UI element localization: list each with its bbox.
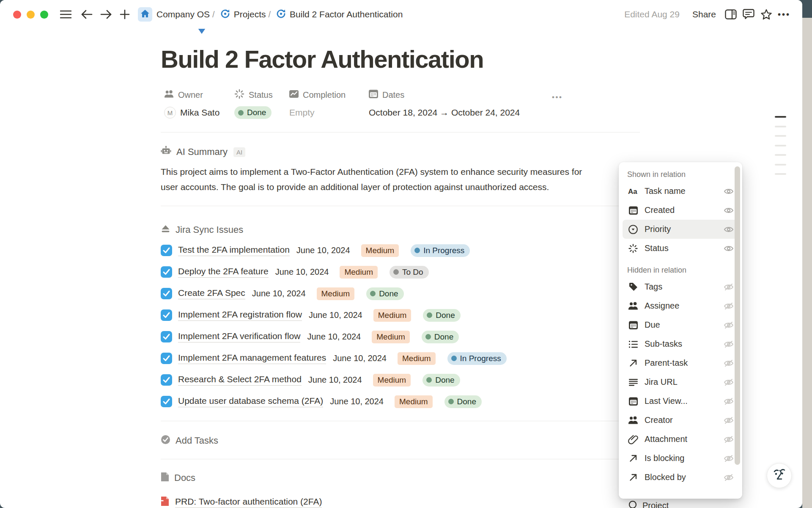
- task-link[interactable]: Research & Select 2FA method: [178, 374, 302, 386]
- status-dot: [238, 110, 244, 116]
- open-sidepanel-button[interactable]: [724, 7, 738, 22]
- checkbox-checked[interactable]: [161, 288, 172, 299]
- priority-badge: Medium: [372, 331, 410, 343]
- task-date: June 10, 2024: [330, 397, 384, 406]
- task-link[interactable]: Create 2FA Spec: [178, 288, 245, 299]
- new-tab-button[interactable]: [118, 7, 132, 22]
- task-row: Implement 2FA registration flow June 10,…: [161, 304, 643, 326]
- eye-hidden-icon[interactable]: [723, 398, 734, 405]
- task-link[interactable]: Update user database schema (2FA): [178, 396, 323, 407]
- popup-item-is-blocking[interactable]: Is blocking: [623, 449, 738, 468]
- list-icon: [628, 339, 639, 350]
- popup-item-parent-task[interactable]: Parent-task: [623, 353, 738, 373]
- property-owner[interactable]: Owner: [164, 88, 234, 102]
- status-badge: Done: [423, 309, 460, 322]
- dates-value[interactable]: October 18, 2024 → October 24, 2024: [369, 104, 551, 121]
- close-window-button[interactable]: [13, 11, 21, 19]
- breadcrumb-home[interactable]: [138, 7, 152, 22]
- favorite-button[interactable]: [759, 7, 774, 22]
- popup-item-due[interactable]: Due: [623, 315, 738, 334]
- popup-item-status[interactable]: Status: [623, 239, 738, 258]
- checkbox-checked[interactable]: [161, 245, 172, 256]
- popup-item-jira-url[interactable]: Jira URL: [623, 373, 738, 392]
- popup-item-task-name[interactable]: Aa Task name: [623, 182, 738, 201]
- property-status[interactable]: Status: [234, 88, 289, 102]
- breadcrumb-current[interactable]: Build 2 Factor Authentication: [290, 9, 403, 19]
- popup-item-blocked-by[interactable]: Blocked by: [623, 468, 738, 487]
- ai-summary-header[interactable]: AI Summary AI: [161, 146, 245, 158]
- comments-button[interactable]: [741, 7, 756, 22]
- checkbox-checked[interactable]: [161, 396, 172, 407]
- zoom-window-button[interactable]: [40, 11, 48, 19]
- traffic-lights: [13, 11, 48, 19]
- status-value[interactable]: Done: [234, 104, 289, 121]
- property-dates[interactable]: Dates: [369, 88, 551, 102]
- table-of-contents-indicator[interactable]: [775, 116, 786, 183]
- owner-value[interactable]: M Mika Sato: [164, 104, 234, 121]
- task-row: Deploy the 2FA feature June 10, 2024 Med…: [161, 261, 643, 283]
- eye-hidden-icon[interactable]: [723, 474, 734, 481]
- notion-window: Company OS / Projects / Build 2 Factor A…: [0, 0, 802, 508]
- divider: [161, 132, 640, 133]
- forward-button[interactable]: [99, 7, 113, 22]
- popup-item-tags[interactable]: Tags: [623, 277, 738, 296]
- menu-button[interactable]: [58, 7, 73, 22]
- checkbox-checked[interactable]: [161, 353, 172, 364]
- eye-visible-icon[interactable]: [723, 226, 734, 233]
- eject-icon: [161, 224, 170, 236]
- eye-hidden-icon[interactable]: [723, 321, 734, 329]
- paperclip-icon: [628, 434, 639, 445]
- doc-link[interactable]: PRD: Two-factor authentication (2FA): [175, 497, 322, 508]
- eye-hidden-icon[interactable]: [723, 302, 734, 310]
- property-completion[interactable]: Completion: [289, 88, 369, 102]
- popup-item-sub-tasks[interactable]: Sub-tasks: [623, 334, 738, 353]
- eye-hidden-icon[interactable]: [723, 378, 734, 386]
- page-more-button[interactable]: •••: [777, 7, 791, 22]
- jira-sync-header[interactable]: Jira Sync Issues: [161, 224, 243, 236]
- popup-item-created[interactable]: Created: [623, 201, 738, 220]
- task-link[interactable]: Implement 2FA verification flow: [178, 331, 300, 342]
- share-button[interactable]: Share: [688, 8, 720, 21]
- page-title[interactable]: Build 2 Factor Authentication: [161, 45, 483, 73]
- robot-icon: [161, 146, 171, 158]
- eye-hidden-icon[interactable]: [723, 340, 734, 348]
- minimize-window-button[interactable]: [27, 11, 35, 19]
- eye-hidden-icon[interactable]: [723, 283, 734, 291]
- checkbox-checked[interactable]: [161, 374, 172, 386]
- doc-row: PRD: Two-factor authentication (2FA): [161, 496, 322, 508]
- eye-hidden-icon[interactable]: [723, 359, 734, 367]
- add-tasks-header[interactable]: Add Tasks: [161, 434, 218, 447]
- eye-hidden-icon[interactable]: [723, 455, 734, 462]
- eye-visible-icon[interactable]: [723, 188, 734, 195]
- properties-more-button[interactable]: •••: [552, 93, 562, 102]
- task-link[interactable]: Deploy the 2FA feature: [178, 266, 269, 278]
- status-badge: Done: [234, 106, 272, 119]
- task-link[interactable]: Implement 2FA registration flow: [178, 309, 302, 321]
- star-icon: [760, 9, 772, 20]
- completion-value[interactable]: Empty: [289, 104, 369, 121]
- breadcrumb-root[interactable]: Company OS: [156, 9, 210, 19]
- breadcrumb-projects[interactable]: Projects: [234, 9, 266, 19]
- docs-header[interactable]: Docs: [161, 472, 195, 484]
- checkbox-checked[interactable]: [161, 309, 172, 321]
- back-arrow-icon: [81, 9, 93, 19]
- popup-scrollbar[interactable]: [735, 166, 740, 465]
- calendar-icon: [628, 205, 639, 216]
- notion-ai-button[interactable]: [767, 463, 792, 488]
- eye-hidden-icon[interactable]: [723, 436, 734, 443]
- checkbox-checked[interactable]: [161, 331, 172, 342]
- popup-item-assignee[interactable]: Assignee: [623, 296, 738, 315]
- sync-icon: [276, 8, 286, 21]
- eye-visible-icon[interactable]: [723, 207, 734, 214]
- task-date: June 10, 2024: [307, 332, 361, 342]
- eye-visible-icon[interactable]: [723, 245, 734, 252]
- checkbox-checked[interactable]: [161, 266, 172, 278]
- popup-item-creator[interactable]: Creator: [623, 411, 738, 430]
- popup-item-attachment[interactable]: Attachment: [623, 430, 738, 449]
- popup-item-priority[interactable]: Priority: [623, 220, 738, 239]
- back-button[interactable]: [80, 7, 94, 22]
- task-link[interactable]: Implement 2FA management features: [178, 353, 326, 364]
- task-link[interactable]: Test the 2FA implementation: [178, 245, 290, 256]
- eye-hidden-icon[interactable]: [723, 417, 734, 424]
- popup-item-last-viewed[interactable]: Last View...: [623, 392, 738, 411]
